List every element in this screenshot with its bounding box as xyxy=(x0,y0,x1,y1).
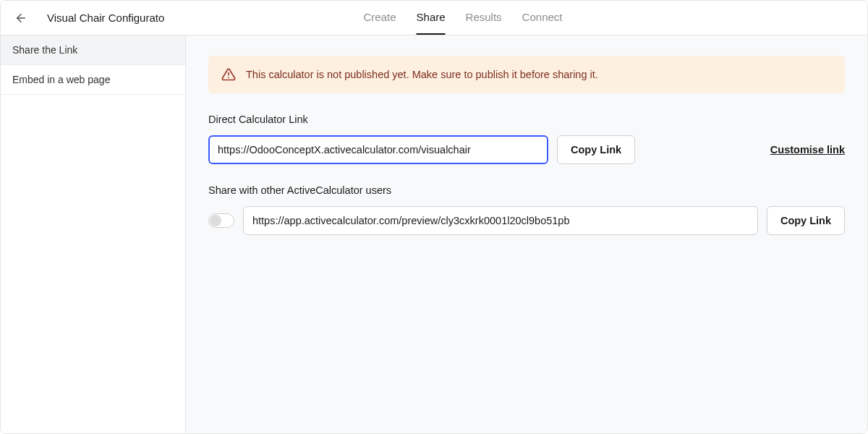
share-preview-link-input[interactable] xyxy=(243,206,758,235)
direct-link-row: Copy Link Customise link xyxy=(208,135,845,164)
body: Share the Link Embed in a web page This … xyxy=(1,35,867,433)
alert-message: This calculator is not published yet. Ma… xyxy=(246,69,598,80)
share-users-label: Share with other ActiveCalculator users xyxy=(208,184,845,196)
toggle-knob xyxy=(210,215,221,226)
copy-direct-link-button[interactable]: Copy Link xyxy=(557,135,635,164)
direct-link-label: Direct Calculator Link xyxy=(208,114,845,125)
tab-label: Create xyxy=(364,11,396,23)
top-tabs: Create Share Results Connect xyxy=(306,1,563,35)
topbar: Visual Chair Configurato Create Share Re… xyxy=(1,1,867,35)
direct-link-input[interactable] xyxy=(208,135,548,164)
share-users-row: Copy Link xyxy=(208,206,845,235)
sidebar-item-embed[interactable]: Embed in a web page xyxy=(1,65,185,95)
share-toggle[interactable] xyxy=(208,213,234,228)
app-window: Visual Chair Configurato Create Share Re… xyxy=(0,0,868,434)
copy-share-link-button[interactable]: Copy Link xyxy=(767,206,845,235)
sidebar-item-share-link[interactable]: Share the Link xyxy=(1,35,185,65)
customise-link[interactable]: Customise link xyxy=(770,144,845,156)
tab-create[interactable]: Create xyxy=(364,1,396,35)
arrow-left-icon xyxy=(14,12,27,25)
publish-warning-alert: This calculator is not published yet. Ma… xyxy=(208,56,845,93)
tab-label: Results xyxy=(466,11,502,23)
button-label: Copy Link xyxy=(780,215,831,226)
page-title: Visual Chair Configurato xyxy=(47,12,164,24)
tab-share[interactable]: Share xyxy=(417,1,446,35)
back-button[interactable] xyxy=(9,7,33,30)
main-content: This calculator is not published yet. Ma… xyxy=(186,35,867,433)
button-label: Copy Link xyxy=(571,144,621,156)
sidebar-item-label: Share the Link xyxy=(12,44,77,56)
sidebar-item-label: Embed in a web page xyxy=(12,74,110,85)
content-wrap: This calculator is not published yet. Ma… xyxy=(208,56,845,235)
tab-connect[interactable]: Connect xyxy=(522,1,563,35)
tab-label: Share xyxy=(417,11,446,23)
tab-label: Connect xyxy=(522,11,563,23)
sidebar: Share the Link Embed in a web page xyxy=(1,35,186,433)
tab-results[interactable]: Results xyxy=(466,1,502,35)
warning-triangle-icon xyxy=(221,67,236,82)
